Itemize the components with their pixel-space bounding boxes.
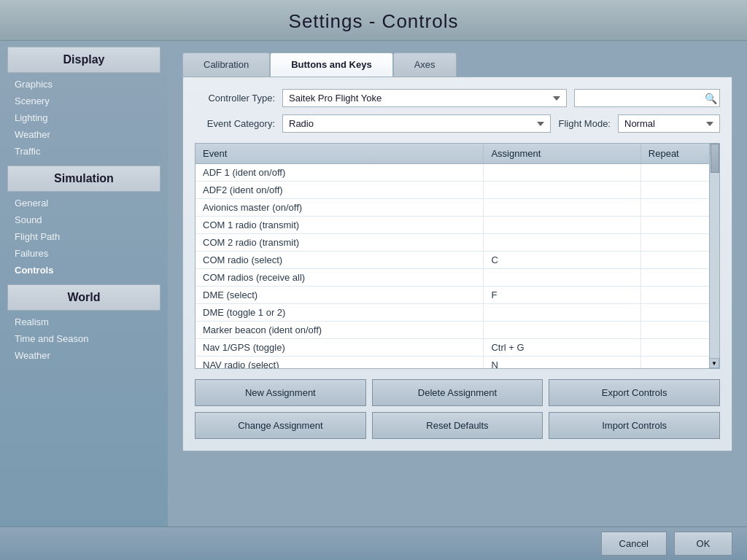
- table-row[interactable]: COM 2 radio (transmit): [196, 234, 719, 252]
- cell-repeat: [640, 199, 719, 217]
- table-row[interactable]: ADF 1 (ident on/off): [196, 164, 719, 182]
- search-wrapper: 🔍: [574, 89, 720, 107]
- col-repeat: Repeat: [640, 144, 719, 164]
- sidebar-item-traffic[interactable]: Traffic: [0, 143, 168, 160]
- scrollbar-track[interactable]: ▲ ▼: [709, 144, 719, 368]
- bottom-bar: Cancel OK: [0, 526, 747, 560]
- cell-assignment: [484, 234, 640, 252]
- tab-calibration[interactable]: Calibration: [182, 52, 270, 77]
- sidebar-section-display: Display: [7, 47, 160, 73]
- cell-repeat: [640, 217, 719, 234]
- cell-event: COM radio (select): [196, 252, 484, 269]
- search-input[interactable]: [574, 89, 720, 107]
- table-row[interactable]: ADF2 (ident on/off): [196, 182, 719, 199]
- flight-mode-label: Flight Mode:: [558, 118, 611, 129]
- controller-type-row: Controller Type: Saitek Pro Flight Yoke …: [195, 89, 720, 107]
- export-controls-button[interactable]: Export Controls: [549, 379, 720, 406]
- content-area: Calibration Buttons and Keys Axes Contro…: [168, 41, 747, 526]
- table-row[interactable]: COM radios (receive all): [196, 269, 719, 287]
- cell-repeat: [640, 339, 719, 357]
- event-table: Event Assignment Repeat ADF 1 (ident on/…: [196, 144, 719, 369]
- sidebar-item-scenery[interactable]: Scenery: [0, 93, 168, 109]
- cell-event: ADF2 (ident on/off): [196, 182, 484, 199]
- cell-event: Avionics master (on/off): [196, 199, 484, 217]
- cell-repeat: [640, 252, 719, 269]
- sidebar: Display Graphics Scenery Lighting Weathe…: [0, 41, 168, 526]
- sidebar-item-controls[interactable]: Controls: [0, 262, 168, 279]
- cell-assignment: [484, 304, 640, 322]
- event-table-wrapper: Event Assignment Repeat ADF 1 (ident on/…: [195, 143, 720, 369]
- cell-assignment: [484, 199, 640, 217]
- sidebar-item-general[interactable]: General: [0, 195, 168, 211]
- cell-event: COM 2 radio (transmit): [196, 234, 484, 252]
- table-row[interactable]: DME (select)F: [196, 287, 719, 304]
- event-category-select[interactable]: Radio: [282, 114, 551, 133]
- sidebar-item-lighting[interactable]: Lighting: [0, 109, 168, 126]
- col-assignment: Assignment: [484, 144, 640, 164]
- sidebar-item-time-season[interactable]: Time and Season: [0, 330, 168, 347]
- cell-repeat: [640, 357, 719, 370]
- controller-type-select[interactable]: Saitek Pro Flight Yoke: [282, 89, 567, 107]
- cell-event: Nav 1/GPS (toggle): [196, 339, 484, 357]
- cell-repeat: [640, 234, 719, 252]
- sidebar-item-realism[interactable]: Realism: [0, 314, 168, 330]
- new-assignment-button[interactable]: New Assignment: [195, 379, 366, 406]
- cell-assignment: [484, 217, 640, 234]
- cell-event: COM radios (receive all): [196, 269, 484, 287]
- ok-button[interactable]: OK: [674, 532, 732, 556]
- table-row[interactable]: Marker beacon (ident on/off): [196, 322, 719, 339]
- table-row[interactable]: COM radio (select)C: [196, 252, 719, 269]
- cell-assignment: [484, 322, 640, 339]
- cell-event: Marker beacon (ident on/off): [196, 322, 484, 339]
- table-row[interactable]: COM 1 radio (transmit): [196, 217, 719, 234]
- tab-buttons-and-keys[interactable]: Buttons and Keys: [270, 52, 393, 77]
- sidebar-item-sound[interactable]: Sound: [0, 211, 168, 228]
- cell-event: NAV radio (select): [196, 357, 484, 370]
- sidebar-section-world: World: [7, 284, 160, 311]
- cell-assignment: F: [484, 287, 640, 304]
- tab-bar: Calibration Buttons and Keys Axes: [182, 52, 732, 77]
- cell-assignment: N: [484, 357, 640, 370]
- cell-assignment: [484, 164, 640, 182]
- sidebar-section-simulation: Simulation: [7, 166, 160, 192]
- table-row[interactable]: Nav 1/GPS (toggle)Ctrl + G: [196, 339, 719, 357]
- cell-assignment: Ctrl + G: [484, 339, 640, 357]
- cell-assignment: [484, 269, 640, 287]
- action-buttons: New Assignment Delete Assignment Export …: [195, 379, 720, 439]
- cell-repeat: [640, 287, 719, 304]
- page-title: Settings - Controls: [0, 10, 747, 33]
- cell-repeat: [640, 182, 719, 199]
- cell-event: DME (select): [196, 287, 484, 304]
- reset-defaults-button[interactable]: Reset Defaults: [372, 412, 543, 439]
- sidebar-item-weather-world[interactable]: Weather: [0, 347, 168, 364]
- scrollbar-thumb[interactable]: [711, 144, 719, 173]
- scroll-down-button[interactable]: ▼: [709, 358, 719, 368]
- cell-assignment: [484, 182, 640, 199]
- import-controls-button[interactable]: Import Controls: [549, 412, 720, 439]
- sidebar-item-weather-display[interactable]: Weather: [0, 126, 168, 143]
- search-button[interactable]: 🔍: [705, 93, 717, 104]
- sidebar-item-failures[interactable]: Failures: [0, 245, 168, 262]
- flight-mode-select[interactable]: Normal: [618, 114, 720, 133]
- sidebar-item-flight-path[interactable]: Flight Path: [0, 228, 168, 245]
- delete-assignment-button[interactable]: Delete Assignment: [372, 379, 543, 406]
- controller-type-label: Controller Type:: [195, 93, 275, 104]
- cancel-button[interactable]: Cancel: [601, 532, 667, 556]
- tab-axes[interactable]: Axes: [393, 52, 457, 77]
- settings-panel: Controller Type: Saitek Pro Flight Yoke …: [182, 77, 732, 451]
- table-row[interactable]: DME (toggle 1 or 2): [196, 304, 719, 322]
- cell-assignment: C: [484, 252, 640, 269]
- cell-repeat: [640, 304, 719, 322]
- table-row[interactable]: NAV radio (select)N: [196, 357, 719, 370]
- sidebar-item-graphics[interactable]: Graphics: [0, 76, 168, 93]
- table-row[interactable]: Avionics master (on/off): [196, 199, 719, 217]
- col-event: Event: [196, 144, 484, 164]
- cell-repeat: [640, 269, 719, 287]
- cell-event: COM 1 radio (transmit): [196, 217, 484, 234]
- change-assignment-button[interactable]: Change Assignment: [195, 412, 366, 439]
- cell-repeat: [640, 322, 719, 339]
- event-category-label: Event Category:: [195, 118, 275, 129]
- event-category-row: Event Category: Radio Flight Mode: Norma…: [195, 114, 720, 133]
- cell-event: DME (toggle 1 or 2): [196, 304, 484, 322]
- cell-repeat: [640, 164, 719, 182]
